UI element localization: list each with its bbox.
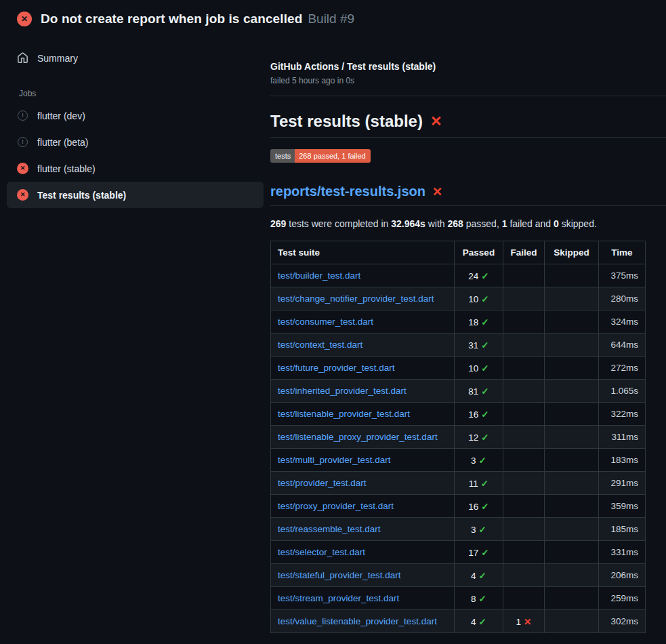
- passed-cell: 12✓: [455, 426, 503, 449]
- test-suite-link[interactable]: test/proxy_provider_test.dart: [278, 501, 394, 511]
- sidebar-job-item[interactable]: !flutter (beta): [7, 129, 264, 155]
- test-suite-link[interactable]: test/listenable_proxy_provider_test.dart: [278, 432, 438, 442]
- build-number: Build #9: [308, 12, 354, 26]
- failed-cell: [503, 518, 545, 541]
- test-suite-cell: test/inherited_provider_test.dart: [271, 380, 455, 403]
- test-suite-link[interactable]: test/multi_provider_test.dart: [278, 455, 391, 465]
- time-cell: 375ms: [599, 264, 646, 287]
- passed-cell-value: 12: [468, 432, 478, 443]
- passed-cell-value: 31: [468, 340, 478, 350]
- failed-cell-value: 1: [516, 617, 522, 627]
- passed-cell-value: 4: [471, 617, 476, 627]
- time-cell: 324ms: [599, 310, 646, 334]
- test-suite-cell: test/stream_provider_test.dart: [271, 587, 455, 610]
- test-suite-cell: test/future_provider_test.dart: [271, 357, 455, 380]
- passed-cell: 3✓: [455, 518, 503, 541]
- failed-cell: [503, 264, 545, 287]
- test-suite-link[interactable]: test/change_notifier_provider_test.dart: [278, 294, 434, 304]
- test-suite-cell: test/builder_test.dart: [271, 264, 455, 287]
- test-suite-link[interactable]: test/stateful_provider_test.dart: [278, 570, 401, 580]
- test-suite-link[interactable]: test/reassemble_test.dart: [278, 524, 381, 534]
- test-suite-link[interactable]: test/provider_test.dart: [278, 478, 367, 488]
- failed-cell: [503, 495, 545, 518]
- passed-cell-value: 10: [468, 363, 478, 374]
- sidebar-job-item[interactable]: !flutter (dev): [7, 102, 264, 129]
- test-suite-link[interactable]: test/inherited_provider_test.dart: [278, 386, 407, 396]
- test-suite-cell: test/multi_provider_test.dart: [271, 449, 455, 472]
- sidebar-job-item[interactable]: ✕Test results (stable): [7, 182, 264, 208]
- failed-cell: [503, 310, 545, 334]
- failed-cell: [503, 357, 545, 380]
- skipped-cell: [545, 264, 599, 287]
- time-cell: 322ms: [599, 403, 646, 426]
- check-icon: ✓: [481, 363, 488, 374]
- time-cell: 1.065s: [599, 380, 646, 403]
- main-content: GitHub Actions / Test results (stable) f…: [270, 35, 666, 633]
- failed-cell: [503, 334, 545, 357]
- passed-cell: 8✓: [455, 587, 503, 610]
- passed-cell: 3✓: [455, 449, 503, 472]
- summary-skipped: 0: [554, 218, 559, 229]
- table-row: test/future_provider_test.dart10✓272ms: [271, 357, 646, 380]
- time-cell: 291ms: [599, 472, 646, 495]
- check-icon: ✓: [481, 502, 488, 512]
- skipped-cell: [545, 357, 599, 380]
- test-suite-link[interactable]: test/stream_provider_test.dart: [278, 593, 399, 603]
- skipped-cell: [545, 380, 599, 403]
- test-suite-link[interactable]: test/selector_test.dart: [278, 547, 365, 557]
- passed-cell-value: 18: [468, 317, 478, 327]
- run-meta: failed 5 hours ago in 0s: [270, 76, 666, 85]
- sidebar-item-summary[interactable]: Summary: [7, 45, 264, 71]
- home-icon: [17, 52, 28, 64]
- time-cell: 644ms: [599, 334, 646, 357]
- check-icon: ✓: [481, 548, 488, 558]
- jobs-section-label: Jobs: [0, 71, 270, 102]
- summary-failed: 1: [502, 218, 507, 229]
- failed-cell: [503, 564, 545, 587]
- passed-cell: 18✓: [455, 310, 503, 334]
- column-header-time: Time: [599, 241, 646, 264]
- check-icon: ✓: [479, 571, 486, 581]
- check-icon: ✓: [481, 317, 488, 327]
- skipped-cell: [545, 587, 599, 610]
- column-header-passed: Passed: [455, 241, 503, 264]
- time-cell: 302ms: [599, 610, 646, 633]
- test-suite-cell: test/context_test.dart: [271, 334, 455, 357]
- test-suite-link[interactable]: test/future_provider_test.dart: [278, 363, 395, 373]
- check-icon: ✓: [481, 271, 488, 281]
- skipped-cell: [545, 403, 599, 426]
- passed-cell-value: 16: [468, 502, 478, 512]
- passed-cell: 10✓: [455, 357, 503, 380]
- failed-cell: [503, 541, 545, 564]
- test-suite-link[interactable]: test/value_listenable_provider_test.dart: [278, 616, 437, 626]
- time-cell: 259ms: [599, 587, 646, 610]
- skipped-cell: [545, 287, 599, 310]
- sidebar-job-item[interactable]: ✕flutter (stable): [7, 155, 264, 182]
- passed-cell: 11✓: [455, 472, 503, 495]
- test-suite-link[interactable]: test/builder_test.dart: [278, 270, 360, 281]
- check-icon: ✓: [481, 409, 488, 420]
- divider: [270, 96, 666, 96]
- report-title: reports/test-results.json ✕: [270, 184, 666, 206]
- check-icon: ✓: [481, 294, 488, 304]
- check-icon: ✓: [481, 479, 488, 489]
- section-title: Test results (stable) ✕: [270, 112, 666, 138]
- test-suite-link[interactable]: test/listenable_provider_test.dart: [278, 409, 410, 419]
- passed-cell-value: 3: [471, 525, 476, 535]
- check-icon: ✓: [481, 340, 488, 350]
- test-suite-cell: test/change_notifier_provider_test.dart: [271, 287, 455, 310]
- table-row: test/context_test.dart31✓644ms: [271, 334, 646, 357]
- alert-circle-icon: !: [17, 110, 28, 121]
- sidebar-job-label: flutter (beta): [37, 137, 88, 148]
- passed-cell-value: 16: [468, 409, 478, 420]
- report-title-link[interactable]: reports/test-results.json: [270, 184, 425, 199]
- test-suite-link[interactable]: test/context_test.dart: [278, 340, 362, 350]
- skipped-cell: [545, 334, 599, 357]
- cross-icon: ✕: [524, 617, 531, 627]
- test-suite-link[interactable]: test/consumer_test.dart: [278, 317, 373, 327]
- alert-circle-icon: !: [17, 136, 28, 148]
- sidebar-job-label: Test results (stable): [37, 190, 126, 201]
- breadcrumb: GitHub Actions / Test results (stable): [270, 61, 666, 72]
- time-cell: 311ms: [599, 426, 646, 449]
- summary-text: tests were completed in: [286, 218, 391, 229]
